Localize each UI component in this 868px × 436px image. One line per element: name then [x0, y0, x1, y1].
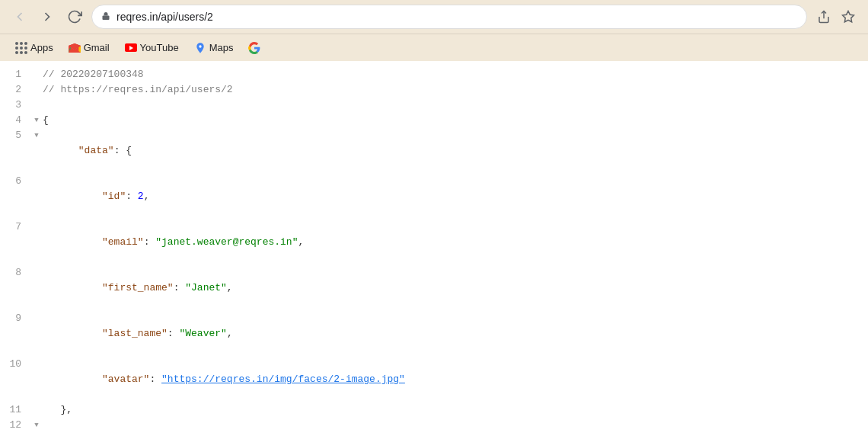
code-line-12: 12 ▼ "support": { — [0, 418, 868, 436]
line-content-11: }, — [43, 402, 868, 418]
gmail-icon — [69, 42, 81, 54]
bookmark-apps[interactable]: Apps — [9, 39, 59, 57]
bookmarks-bar: Apps Gmail YouTube — [0, 34, 868, 61]
code-line-7: 7 "email": "janet.weaver@reqres.in", — [0, 220, 868, 265]
bookmark-maps[interactable]: Maps — [188, 39, 240, 57]
code-line-1: 1 // 20220207100348 — [0, 67, 868, 82]
back-button[interactable] — [9, 6, 30, 27]
apps-icon — [15, 42, 27, 54]
line-num-9: 9 — [0, 311, 30, 326]
svg-rect-0 — [103, 15, 110, 20]
line-toggle-6 — [30, 174, 43, 189]
lock-icon — [101, 11, 110, 24]
code-line-3: 3 — [0, 98, 868, 113]
line-num-11: 11 — [0, 402, 30, 418]
line-content-8: "first_name": "Janet", — [43, 265, 868, 311]
line-toggle-3 — [30, 98, 43, 113]
line-toggle-12[interactable]: ▼ — [30, 418, 43, 433]
code-line-5: 5 ▼ "data": { — [0, 128, 868, 174]
code-line-8: 8 "first_name": "Janet", — [0, 265, 868, 311]
line-num-2: 2 — [0, 82, 30, 98]
line-content-9: "last_name": "Weaver", — [43, 311, 868, 357]
bookmark-star-button[interactable] — [838, 6, 859, 27]
bookmark-youtube[interactable]: YouTube — [119, 39, 185, 57]
share-button[interactable] — [813, 6, 834, 27]
maps-icon — [194, 42, 206, 54]
svg-point-3 — [199, 45, 201, 47]
code-line-2: 2 // https://reqres.in/api/users/2 — [0, 82, 868, 98]
content-area: 1 // 20220207100348 2 // https://reqres.… — [0, 61, 868, 436]
line-num-8: 8 — [0, 265, 30, 281]
bookmark-gmail[interactable]: Gmail — [62, 39, 116, 57]
line-num-6: 6 — [0, 174, 30, 189]
maps-label: Maps — [209, 42, 234, 53]
line-num-12: 12 — [0, 418, 30, 433]
line-num-5: 5 — [0, 128, 30, 143]
address-bar[interactable]: reqres.in/api/users/2 — [91, 5, 807, 29]
code-line-6: 6 "id": 2, — [0, 174, 868, 220]
line-toggle-5[interactable]: ▼ — [30, 128, 43, 143]
line-toggle-9 — [30, 311, 43, 326]
apps-label: Apps — [30, 42, 53, 53]
svg-marker-2 — [843, 11, 854, 22]
line-num-10: 10 — [0, 357, 30, 372]
line-content-4: { — [43, 113, 868, 128]
nav-icons — [813, 6, 859, 27]
line-toggle-10 — [30, 357, 43, 372]
line-toggle-2 — [30, 82, 43, 98]
line-num-3: 3 — [0, 98, 30, 113]
line-content-3 — [43, 98, 868, 113]
youtube-label: YouTube — [140, 42, 179, 53]
line-num-1: 1 — [0, 67, 30, 82]
forward-button[interactable] — [37, 6, 58, 27]
code-line-4: 4 ▼ { — [0, 113, 868, 128]
code-line-9: 9 "last_name": "Weaver", — [0, 311, 868, 357]
line-content-2: // https://reqres.in/api/users/2 — [43, 82, 868, 98]
line-num-7: 7 — [0, 220, 30, 235]
google-icon — [248, 42, 260, 54]
line-content-12: "support": { — [43, 418, 868, 436]
gmail-label: Gmail — [84, 42, 110, 53]
bookmark-google[interactable] — [242, 39, 266, 57]
line-content-6: "id": 2, — [43, 174, 868, 220]
line-content-7: "email": "janet.weaver@reqres.in", — [43, 220, 868, 265]
line-toggle-11 — [30, 402, 43, 418]
line-num-4: 4 — [0, 113, 30, 128]
refresh-button[interactable] — [64, 6, 85, 27]
code-line-11: 11 }, — [0, 402, 868, 418]
browser-chrome: reqres.in/api/users/2 — [0, 0, 868, 61]
url-text: reqres.in/api/users/2 — [116, 11, 797, 23]
line-toggle-4[interactable]: ▼ — [30, 113, 43, 128]
line-content-5: "data": { — [43, 128, 868, 174]
line-toggle-1 — [30, 67, 43, 82]
youtube-icon — [125, 42, 137, 54]
line-toggle-7 — [30, 220, 43, 235]
line-content-10: "avatar": "https://reqres.in/img/faces/2… — [43, 357, 868, 402]
line-toggle-8 — [30, 265, 43, 281]
avatar-link[interactable]: "https://reqres.in/img/faces/2-image.jpg… — [161, 373, 405, 385]
line-content-1: // 20220207100348 — [43, 67, 868, 82]
nav-bar: reqres.in/api/users/2 — [0, 0, 868, 34]
code-line-10: 10 "avatar": "https://reqres.in/img/face… — [0, 357, 868, 402]
